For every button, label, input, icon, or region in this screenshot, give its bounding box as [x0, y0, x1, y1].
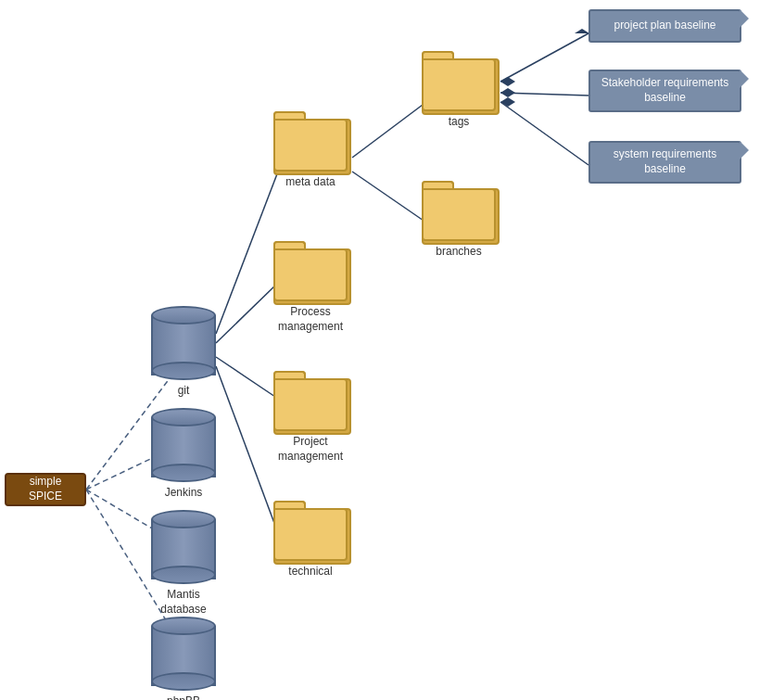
diagram: simple SPICE git Jenkins Mantisdatabase — [0, 0, 772, 700]
stakeholder-req-node: Stakeholder requirementsbaseline — [588, 70, 741, 112]
simple-spice-node: simple SPICE — [5, 473, 86, 506]
technical-folder: technical — [273, 501, 348, 579]
technical-label: technical — [288, 565, 332, 579]
svg-line-14 — [352, 172, 426, 223]
project-mgmt-label: Projectmanagement — [278, 435, 343, 464]
process-mgmt-label: Processmanagement — [278, 305, 343, 334]
mantis-label: Mantisdatabase — [160, 588, 206, 617]
phpbb-node: phpBB — [151, 617, 216, 700]
svg-marker-22 — [500, 97, 515, 107]
tags-label: tags — [449, 115, 470, 130]
project-mgmt-folder: Projectmanagement — [273, 371, 348, 464]
meta-data-label: meta data — [285, 175, 335, 190]
branches-folder: branches — [422, 181, 496, 260]
jenkins-label: Jenkins — [165, 486, 203, 501]
git-label: git — [178, 384, 190, 399]
svg-line-6 — [216, 283, 278, 343]
svg-line-10 — [216, 366, 278, 533]
git-node: git — [151, 306, 216, 399]
svg-line-8 — [216, 357, 278, 399]
svg-marker-20 — [500, 88, 515, 97]
phpbb-label: phpBB — [167, 694, 200, 700]
branches-label: branches — [436, 245, 481, 260]
svg-line-12 — [352, 102, 426, 158]
svg-line-19 — [500, 93, 588, 95]
svg-line-21 — [500, 102, 588, 165]
process-mgmt-folder: Processmanagement — [273, 241, 348, 334]
mantis-node: Mantisdatabase — [151, 510, 216, 617]
system-req-node: system requirementsbaseline — [588, 141, 741, 184]
tags-folder: tags — [422, 51, 496, 130]
jenkins-node: Jenkins — [151, 408, 216, 501]
meta-data-folder: meta data — [273, 111, 348, 190]
svg-marker-18 — [500, 77, 515, 86]
svg-line-16 — [500, 33, 588, 82]
svg-marker-17 — [575, 29, 589, 33]
project-plan-node: project plan baseline — [588, 9, 741, 43]
svg-line-4 — [216, 172, 278, 334]
